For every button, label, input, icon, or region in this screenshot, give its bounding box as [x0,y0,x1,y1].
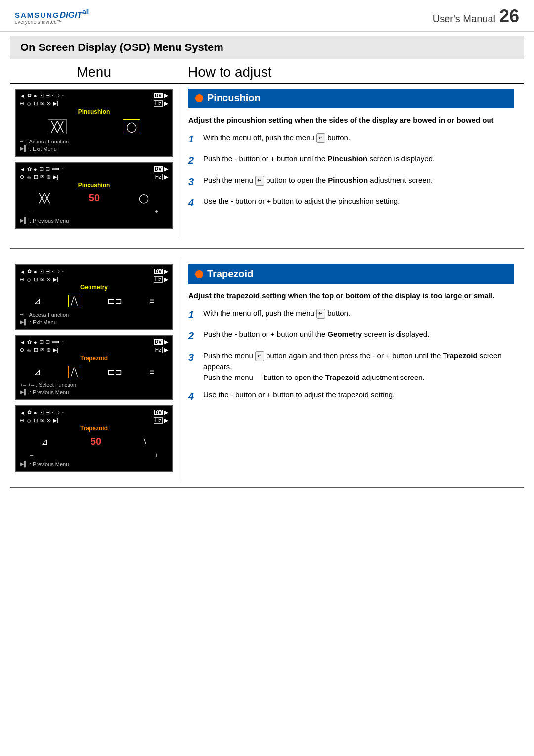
osd-footer-exit: : Exit Menu [30,146,57,152]
logo-tagline: everyone's invited™ [15,19,90,25]
pincushion-value: 50 [89,192,100,204]
manual-info: User's Manual 26 [433,6,519,27]
manual-title: User's Manual [433,13,495,25]
trapezoid-step-3: 3 Push the menu ↵ button again and then … [188,350,514,382]
trapezoid-steps: 1 With the menu off, push the menu ↵ but… [188,308,514,404]
section-title-bar: On Screen Display (OSD) Menu System [10,36,524,59]
section-title: On Screen Display (OSD) Menu System [20,41,514,54]
pincushion-adjust-col: Pincushion Adjust the pincushion setting… [178,84,524,238]
pincushion-menu-col: ◄ ✿ ● ⊡ ⊟ ⟺ ↑ DV ▶ ⊕ ☺ ⊡ ✉ [10,84,178,238]
trapezoid-adjust-col: Trapezoid Adjust the trapezoid setting w… [178,259,524,482]
section-divider [10,248,524,249]
osd-label-trapezoid-3: Trapezoid [20,425,168,432]
logo-area: SAMSUNG DIGITall everyone's invited™ [15,8,90,25]
pincushion-feature-header: Pincushion [188,89,514,108]
osd-label-pincushion-1: Pincushion [20,108,168,115]
osd-footer-select-trap: +– : Select Function [28,382,77,388]
trapezoid-step-1: 1 With the menu off, push the menu ↵ but… [188,308,514,322]
page-number: 26 [499,6,519,27]
osd-screen-pincushion-2: ◄ ✿ ● ⊡ ⊟ ⟺ ↑ DV ▶ ⊕ ☺ ⊡ ✉ [15,162,173,229]
pincushion-step-1: 1 With the menu off, push the menu ↵ but… [188,132,514,146]
pincushion-dot [195,94,203,102]
pincushion-step-2: 2 Push the - button or + button until th… [188,153,514,168]
osd-screen-trapezoid-3: ◄ ✿ ● ⊡ ⊟ ⟺ ↑ DV ▶ ⊕ ☺ ⊡ ✉ [15,405,173,472]
osd-footer-prev-trap3: : Previous Menu [30,461,69,467]
osd-footer-exit-geo: : Exit Menu [30,319,57,325]
pincushion-section: ◄ ✿ ● ⊡ ⊟ ⟺ ↑ DV ▶ ⊕ ☺ ⊡ ✉ [10,84,524,238]
osd-screen-trapezoid-2: ◄ ✿ ● ⊡ ⊟ ⟺ ↑ DV ▶ ⊕ ☺ ⊡ ✉ [15,335,173,400]
pincushion-title: Pincushion [207,93,261,104]
bottom-border [10,487,524,488]
column-headers: Menu How to adjust [10,59,524,84]
col-header-adjust: How to adjust [178,64,524,80]
trapezoid-step-2: 2 Push the - button or + button until th… [188,329,514,343]
logo-samsung: SAMSUNG [15,11,60,19]
osd-label-geometry: Geometry [20,284,168,291]
trapezoid-instruction: Adjust the trapezoid setting when the to… [188,290,514,301]
trapezoid-section: ◄ ✿ ● ⊡ ⊟ ⟺ ↑ DV ▶ ⊕ ☺ ⊡ ✉ [10,259,524,482]
page-header: SAMSUNG DIGITall everyone's invited™ Use… [0,0,534,32]
osd-label-trapezoid-2: Trapezoid [20,355,168,362]
pincushion-steps: 1 With the menu off, push the menu ↵ but… [188,132,514,210]
pincushion-step-4: 4 Use the - button or + button to adjust… [188,196,514,210]
pincushion-instruction: Adjust the pincushion setting when the s… [188,115,514,125]
osd-label-pincushion-2: Pincushion [20,182,168,189]
osd-footer-prev-pin: : Previous Menu [30,218,69,224]
trapezoid-dot [195,270,203,278]
col-header-menu: Menu [10,64,178,80]
trapezoid-step-4: 4 Use the - button or + button to adjust… [188,389,514,404]
trapezoid-menu-col: ◄ ✿ ● ⊡ ⊟ ⟺ ↑ DV ▶ ⊕ ☺ ⊡ ✉ [10,259,178,482]
osd-footer-prev-trap: : Previous Menu [30,389,69,395]
osd-footer-access: : Access Function [26,139,69,144]
osd-footer-access-geo: : Access Function [26,312,69,318]
trapezoid-feature-header: Trapezoid [188,264,514,284]
logo-digit: DIGITall [60,8,90,20]
trapezoid-title: Trapezoid [207,268,253,280]
pincushion-step-3: 3 Push the menu ↵ button to open the Pin… [188,175,514,189]
trapezoid-value: 50 [90,436,101,447]
osd-screen-geometry-1: ◄ ✿ ● ⊡ ⊟ ⟺ ↑ DV ▶ ⊕ ☺ ⊡ ✉ [15,264,173,330]
osd-screen-pincushion-1: ◄ ✿ ● ⊡ ⊟ ⟺ ↑ DV ▶ ⊕ ☺ ⊡ ✉ [15,89,173,157]
